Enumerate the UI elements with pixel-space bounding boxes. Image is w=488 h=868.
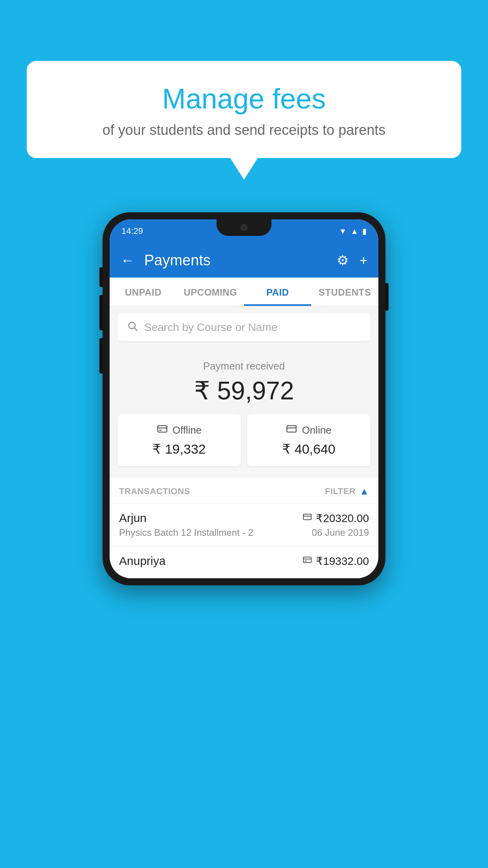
transaction-row-2: Anupriya ₹19332.00 <box>110 546 378 578</box>
tabs-container: UNPAID UPCOMING PAID STUDENTS <box>110 278 378 306</box>
camera <box>240 224 248 231</box>
back-button[interactable]: ← <box>121 252 135 268</box>
transaction-name-1: Arjun <box>119 511 147 525</box>
battery-icon: ▮ <box>362 226 367 236</box>
online-payment-icon <box>286 423 297 437</box>
svg-rect-7 <box>303 514 311 520</box>
transaction-amount-1: ₹20320.00 <box>316 512 369 525</box>
offline-amount: ₹ 19,332 <box>125 441 233 457</box>
transactions-label: TRANSACTIONS <box>119 486 190 497</box>
tab-upcoming[interactable]: UPCOMING <box>177 278 244 306</box>
notch <box>216 219 272 236</box>
offline-card-header: Offline <box>125 423 233 437</box>
tab-paid[interactable]: PAID <box>244 278 311 306</box>
search-container: Search by Course or Name <box>110 306 378 348</box>
transaction-date-1: 06 June 2019 <box>312 527 369 538</box>
svg-rect-5 <box>287 426 296 432</box>
filter-label: FILTER <box>325 486 356 497</box>
payment-received-label: Payment received <box>117 360 371 372</box>
payment-cards-row: Offline ₹ 19,332 <box>117 414 371 466</box>
payment-total-amount: ₹ 59,972 <box>117 376 371 405</box>
app-bar: ← Payments ⚙ + <box>110 243 378 278</box>
speech-bubble: Manage fees of your students and send re… <box>27 61 461 158</box>
transaction-row-top-1: Arjun ₹20320.00 <box>119 511 369 525</box>
online-payment-card: Online ₹ 40,640 <box>247 414 371 466</box>
speech-bubble-tail <box>230 158 258 180</box>
settings-icon[interactable]: ⚙ <box>337 252 349 268</box>
svg-rect-9 <box>303 557 311 563</box>
speech-bubble-subtitle: of your students and send receipts to pa… <box>50 122 438 138</box>
power-button <box>385 283 389 311</box>
filter-button[interactable]: FILTER ▲ <box>325 486 369 497</box>
status-time: 14:29 <box>121 226 143 236</box>
wifi-icon: ▼ <box>339 227 347 236</box>
silent-button <box>99 267 103 287</box>
phone-container: 14:29 ▼ ▲ ▮ ← Payments ⚙ + <box>103 212 385 585</box>
payment-received-section: Payment received ₹ 59,972 <box>110 348 378 478</box>
status-bar: 14:29 ▼ ▲ ▮ <box>110 219 378 243</box>
transaction-course-1: Physics Batch 12 Installment - 2 <box>119 527 253 538</box>
transaction-amount-container-1: ₹20320.00 <box>303 512 369 525</box>
phone-screen: 14:29 ▼ ▲ ▮ ← Payments ⚙ + <box>110 219 378 578</box>
transaction-offline-icon-2 <box>303 555 312 567</box>
online-label: Online <box>302 424 331 436</box>
online-amount: ₹ 40,640 <box>255 441 363 457</box>
search-bar[interactable]: Search by Course or Name <box>117 313 371 341</box>
phone-outer: 14:29 ▼ ▲ ▮ ← Payments ⚙ + <box>103 212 385 585</box>
app-bar-actions: ⚙ + <box>337 252 367 268</box>
speech-bubble-title: Manage fees <box>50 83 438 115</box>
transaction-row-top-2: Anupriya ₹19332.00 <box>119 554 369 568</box>
online-card-header: Online <box>255 423 363 437</box>
transaction-row-bottom-1: Physics Batch 12 Installment - 2 06 June… <box>119 527 369 538</box>
filter-icon: ▲ <box>360 486 369 497</box>
transaction-name-2: Anupriya <box>119 554 165 568</box>
search-icon <box>127 320 138 334</box>
transaction-row: Arjun ₹20320.00 Physics <box>110 504 378 546</box>
offline-payment-card: Offline ₹ 19,332 <box>117 414 241 466</box>
svg-line-1 <box>134 328 137 330</box>
search-placeholder-text: Search by Course or Name <box>144 321 277 334</box>
volume-up-button <box>99 295 103 330</box>
tab-students[interactable]: STUDENTS <box>311 278 378 306</box>
volume-down-button <box>99 338 103 373</box>
offline-payment-icon <box>157 423 168 437</box>
transaction-online-icon-1 <box>303 512 312 524</box>
status-icons: ▼ ▲ ▮ <box>339 226 367 236</box>
signal-icon: ▲ <box>350 227 358 236</box>
transaction-amount-container-2: ₹19332.00 <box>303 555 369 568</box>
transactions-header: TRANSACTIONS FILTER ▲ <box>110 478 378 504</box>
speech-bubble-container: Manage fees of your students and send re… <box>27 61 461 180</box>
offline-label: Offline <box>172 424 202 436</box>
transaction-amount-2: ₹19332.00 <box>316 555 369 568</box>
app-bar-title: Payments <box>144 252 327 269</box>
svg-rect-2 <box>158 426 167 432</box>
add-icon[interactable]: + <box>360 253 367 268</box>
tab-unpaid[interactable]: UNPAID <box>110 278 177 306</box>
transactions-section: TRANSACTIONS FILTER ▲ Arjun <box>110 478 378 578</box>
